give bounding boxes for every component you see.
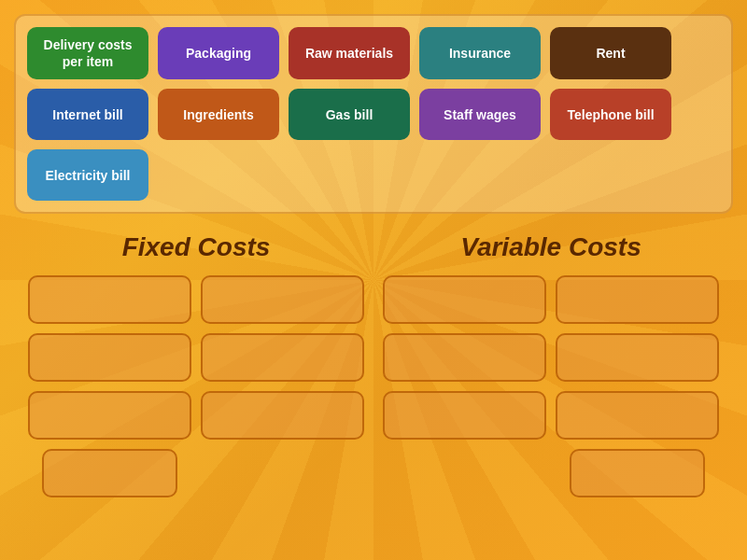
fixed-drop-7[interactable]	[42, 449, 177, 497]
variable-drop-2[interactable]	[556, 275, 719, 324]
variable-drop-7[interactable]	[570, 449, 705, 497]
drop-section: Fixed Costs Variable Costs	[14, 232, 733, 497]
variable-costs-title: Variable Costs	[383, 232, 719, 262]
fixed-drop-2[interactable]	[201, 275, 364, 324]
fixed-costs-grid	[28, 275, 364, 497]
fixed-drop-3[interactable]	[28, 333, 191, 382]
variable-drop-1[interactable]	[383, 275, 546, 324]
fixed-costs-category: Fixed Costs	[28, 232, 364, 497]
item-raw-materials[interactable]: Raw materials	[289, 27, 410, 79]
main-content: Delivery costsper item Packaging Raw mat…	[0, 0, 747, 511]
item-delivery-costs[interactable]: Delivery costsper item	[27, 27, 148, 79]
fixed-drop-4[interactable]	[201, 333, 364, 382]
fixed-costs-title: Fixed Costs	[28, 232, 364, 262]
item-rent[interactable]: Rent	[550, 27, 671, 79]
fixed-drop-1[interactable]	[28, 275, 191, 324]
item-insurance[interactable]: Insurance	[419, 27, 541, 79]
variable-drop-5[interactable]	[383, 391, 546, 440]
variable-costs-grid	[383, 275, 719, 497]
variable-costs-category: Variable Costs	[383, 232, 719, 497]
item-telephone-bill[interactable]: Telephone bill	[550, 89, 671, 140]
fixed-drop-6[interactable]	[201, 391, 364, 440]
variable-drop-6[interactable]	[556, 391, 719, 440]
item-gas-bill[interactable]: Gas bill	[289, 89, 410, 140]
item-packaging[interactable]: Packaging	[158, 27, 279, 79]
item-electricity-bill[interactable]: Electricity bill	[27, 149, 148, 201]
items-bank: Delivery costsper item Packaging Raw mat…	[14, 14, 733, 214]
fixed-drop-5[interactable]	[28, 391, 191, 440]
item-staff-wages[interactable]: Staff wages	[419, 89, 541, 140]
item-internet-bill[interactable]: Internet bill	[27, 89, 148, 140]
variable-drop-4[interactable]	[556, 333, 719, 382]
variable-drop-3[interactable]	[383, 333, 546, 382]
item-ingredients[interactable]: Ingredients	[158, 89, 279, 140]
